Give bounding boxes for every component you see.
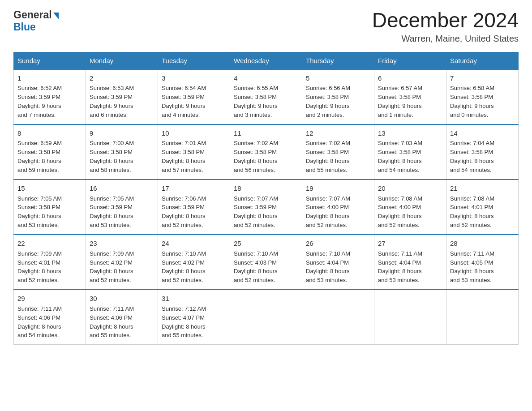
day-info: Sunrise: 7:08 AM Sunset: 4:00 PM Dayligh… bbox=[378, 195, 422, 229]
calendar-day-cell: 1Sunrise: 6:52 AM Sunset: 3:59 PM Daylig… bbox=[14, 69, 86, 124]
calendar-day-cell: 12Sunrise: 7:02 AM Sunset: 3:58 PM Dayli… bbox=[302, 124, 374, 180]
day-number: 26 bbox=[306, 239, 370, 248]
weekday-header-sunday: Sunday bbox=[14, 52, 86, 69]
calendar-day-cell: 17Sunrise: 7:06 AM Sunset: 3:59 PM Dayli… bbox=[158, 180, 230, 235]
day-number: 9 bbox=[90, 128, 154, 138]
page-header: General Blue December 2024 Warren, Maine… bbox=[13, 9, 519, 44]
month-title: December 2024 bbox=[372, 9, 519, 32]
day-number: 16 bbox=[90, 184, 154, 193]
logo-blue: Blue bbox=[13, 21, 36, 33]
day-info: Sunrise: 7:07 AM Sunset: 3:59 PM Dayligh… bbox=[234, 195, 278, 229]
calendar-week-row: 15Sunrise: 7:05 AM Sunset: 3:58 PM Dayli… bbox=[14, 180, 519, 235]
calendar-day-cell: 4Sunrise: 6:55 AM Sunset: 3:58 PM Daylig… bbox=[230, 69, 302, 124]
calendar-day-cell: 23Sunrise: 7:09 AM Sunset: 4:02 PM Dayli… bbox=[86, 235, 158, 290]
day-number: 10 bbox=[162, 128, 226, 138]
calendar-day-cell: 14Sunrise: 7:04 AM Sunset: 3:58 PM Dayli… bbox=[446, 124, 519, 180]
day-info: Sunrise: 6:54 AM Sunset: 3:59 PM Dayligh… bbox=[162, 85, 206, 118]
day-info: Sunrise: 7:02 AM Sunset: 3:58 PM Dayligh… bbox=[234, 140, 278, 173]
day-number: 31 bbox=[162, 294, 226, 304]
calendar-day-cell: 8Sunrise: 6:59 AM Sunset: 3:58 PM Daylig… bbox=[14, 124, 86, 180]
calendar-day-cell: 30Sunrise: 7:11 AM Sunset: 4:06 PM Dayli… bbox=[86, 290, 158, 345]
calendar-week-row: 29Sunrise: 7:11 AM Sunset: 4:06 PM Dayli… bbox=[14, 290, 519, 345]
day-info: Sunrise: 6:58 AM Sunset: 3:58 PM Dayligh… bbox=[450, 85, 494, 118]
calendar-day-cell: 29Sunrise: 7:11 AM Sunset: 4:06 PM Dayli… bbox=[14, 290, 86, 345]
calendar-day-cell: 28Sunrise: 7:11 AM Sunset: 4:05 PM Dayli… bbox=[446, 235, 519, 290]
day-info: Sunrise: 7:10 AM Sunset: 4:02 PM Dayligh… bbox=[162, 250, 206, 284]
day-number: 28 bbox=[450, 239, 515, 248]
day-number: 25 bbox=[234, 239, 298, 248]
calendar-day-cell: 2Sunrise: 6:53 AM Sunset: 3:59 PM Daylig… bbox=[86, 69, 158, 124]
day-number: 3 bbox=[162, 73, 226, 83]
calendar-week-row: 1Sunrise: 6:52 AM Sunset: 3:59 PM Daylig… bbox=[14, 69, 519, 124]
day-number: 23 bbox=[90, 239, 154, 248]
logo-arrow-icon bbox=[53, 13, 59, 19]
day-number: 17 bbox=[162, 184, 226, 193]
calendar-day-cell: 16Sunrise: 7:05 AM Sunset: 3:59 PM Dayli… bbox=[86, 180, 158, 235]
weekday-header-row: SundayMondayTuesdayWednesdayThursdayFrid… bbox=[14, 52, 519, 69]
day-number: 8 bbox=[17, 128, 82, 138]
empty-cell bbox=[374, 290, 446, 345]
weekday-header-wednesday: Wednesday bbox=[230, 52, 302, 69]
calendar-day-cell: 9Sunrise: 7:00 AM Sunset: 3:58 PM Daylig… bbox=[86, 124, 158, 180]
day-number: 21 bbox=[450, 184, 515, 193]
day-info: Sunrise: 6:53 AM Sunset: 3:59 PM Dayligh… bbox=[90, 85, 134, 118]
day-number: 14 bbox=[450, 128, 515, 138]
weekday-header-monday: Monday bbox=[86, 52, 158, 69]
day-info: Sunrise: 6:55 AM Sunset: 3:58 PM Dayligh… bbox=[234, 85, 278, 118]
calendar-day-cell: 31Sunrise: 7:12 AM Sunset: 4:07 PM Dayli… bbox=[158, 290, 230, 345]
day-info: Sunrise: 6:56 AM Sunset: 3:58 PM Dayligh… bbox=[306, 85, 350, 118]
day-info: Sunrise: 7:05 AM Sunset: 3:58 PM Dayligh… bbox=[17, 195, 62, 229]
day-number: 29 bbox=[17, 294, 82, 304]
calendar-day-cell: 13Sunrise: 7:03 AM Sunset: 3:58 PM Dayli… bbox=[374, 124, 446, 180]
day-number: 12 bbox=[306, 128, 370, 138]
day-info: Sunrise: 7:12 AM Sunset: 4:07 PM Dayligh… bbox=[162, 305, 206, 339]
day-number: 30 bbox=[90, 294, 154, 304]
day-number: 19 bbox=[306, 184, 370, 193]
day-number: 15 bbox=[17, 184, 82, 193]
day-number: 20 bbox=[378, 184, 442, 193]
day-info: Sunrise: 7:01 AM Sunset: 3:58 PM Dayligh… bbox=[162, 140, 206, 173]
day-info: Sunrise: 6:52 AM Sunset: 3:59 PM Dayligh… bbox=[17, 85, 62, 118]
calendar-day-cell: 18Sunrise: 7:07 AM Sunset: 3:59 PM Dayli… bbox=[230, 180, 302, 235]
day-info: Sunrise: 7:03 AM Sunset: 3:58 PM Dayligh… bbox=[378, 140, 422, 173]
day-number: 2 bbox=[90, 73, 154, 83]
calendar-day-cell: 20Sunrise: 7:08 AM Sunset: 4:00 PM Dayli… bbox=[374, 180, 446, 235]
calendar-week-row: 22Sunrise: 7:09 AM Sunset: 4:01 PM Dayli… bbox=[14, 235, 519, 290]
day-info: Sunrise: 6:57 AM Sunset: 3:58 PM Dayligh… bbox=[378, 85, 422, 118]
logo: General Blue bbox=[13, 9, 59, 33]
calendar-day-cell: 10Sunrise: 7:01 AM Sunset: 3:58 PM Dayli… bbox=[158, 124, 230, 180]
weekday-header-tuesday: Tuesday bbox=[158, 52, 230, 69]
empty-cell bbox=[230, 290, 302, 345]
day-number: 4 bbox=[234, 73, 298, 83]
weekday-header-thursday: Thursday bbox=[302, 52, 374, 69]
day-info: Sunrise: 7:09 AM Sunset: 4:01 PM Dayligh… bbox=[17, 250, 62, 284]
day-info: Sunrise: 7:11 AM Sunset: 4:06 PM Dayligh… bbox=[17, 305, 62, 339]
empty-cell bbox=[302, 290, 374, 345]
day-info: Sunrise: 7:11 AM Sunset: 4:05 PM Dayligh… bbox=[450, 250, 494, 284]
calendar-day-cell: 24Sunrise: 7:10 AM Sunset: 4:02 PM Dayli… bbox=[158, 235, 230, 290]
day-info: Sunrise: 7:09 AM Sunset: 4:02 PM Dayligh… bbox=[90, 250, 134, 284]
calendar-day-cell: 26Sunrise: 7:10 AM Sunset: 4:04 PM Dayli… bbox=[302, 235, 374, 290]
day-info: Sunrise: 7:02 AM Sunset: 3:58 PM Dayligh… bbox=[306, 140, 350, 173]
day-info: Sunrise: 7:04 AM Sunset: 3:58 PM Dayligh… bbox=[450, 140, 494, 173]
calendar-day-cell: 11Sunrise: 7:02 AM Sunset: 3:58 PM Dayli… bbox=[230, 124, 302, 180]
weekday-header-saturday: Saturday bbox=[446, 52, 519, 69]
weekday-header-friday: Friday bbox=[374, 52, 446, 69]
calendar-week-row: 8Sunrise: 6:59 AM Sunset: 3:58 PM Daylig… bbox=[14, 124, 519, 180]
title-block: December 2024 Warren, Maine, United Stat… bbox=[372, 9, 519, 44]
calendar-day-cell: 3Sunrise: 6:54 AM Sunset: 3:59 PM Daylig… bbox=[158, 69, 230, 124]
location-title: Warren, Maine, United States bbox=[372, 34, 519, 44]
day-info: Sunrise: 7:08 AM Sunset: 4:01 PM Dayligh… bbox=[450, 195, 494, 229]
day-number: 22 bbox=[17, 239, 82, 248]
day-info: Sunrise: 7:11 AM Sunset: 4:06 PM Dayligh… bbox=[90, 305, 134, 339]
day-info: Sunrise: 7:10 AM Sunset: 4:03 PM Dayligh… bbox=[234, 250, 278, 284]
logo-general: General bbox=[13, 9, 52, 21]
calendar-day-cell: 22Sunrise: 7:09 AM Sunset: 4:01 PM Dayli… bbox=[14, 235, 86, 290]
calendar-day-cell: 19Sunrise: 7:07 AM Sunset: 4:00 PM Dayli… bbox=[302, 180, 374, 235]
day-info: Sunrise: 7:06 AM Sunset: 3:59 PM Dayligh… bbox=[162, 195, 206, 229]
day-info: Sunrise: 7:05 AM Sunset: 3:59 PM Dayligh… bbox=[90, 195, 134, 229]
calendar-day-cell: 27Sunrise: 7:11 AM Sunset: 4:04 PM Dayli… bbox=[374, 235, 446, 290]
calendar-day-cell: 15Sunrise: 7:05 AM Sunset: 3:58 PM Dayli… bbox=[14, 180, 86, 235]
day-number: 24 bbox=[162, 239, 226, 248]
day-number: 6 bbox=[378, 73, 442, 83]
